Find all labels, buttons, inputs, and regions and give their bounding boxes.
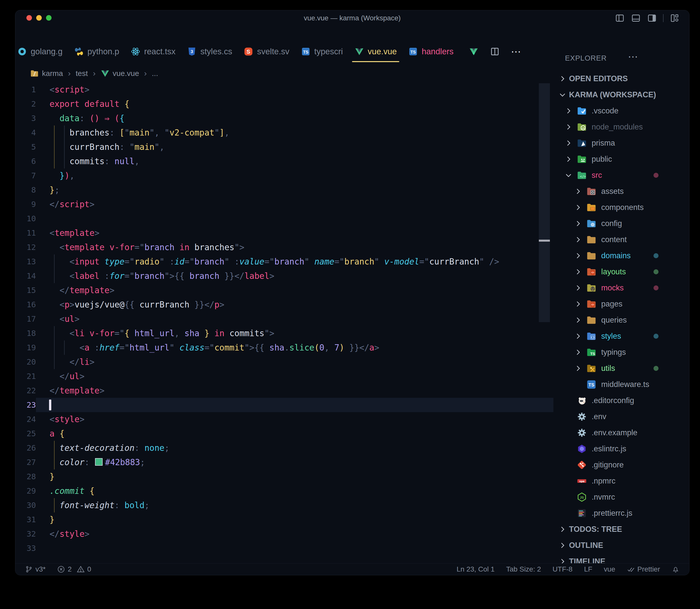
code-line-content[interactable]: }), (36, 169, 554, 183)
statusbar-vue[interactable]: vue (604, 565, 615, 573)
code-line-content[interactable]: </li> (36, 355, 554, 369)
tree-item-.editorconfig[interactable]: .editorconfig (554, 393, 689, 408)
code-line-content[interactable]: data: () ⇒ ({ (36, 111, 554, 125)
section-outline[interactable]: OUTLINE (554, 537, 689, 553)
line-number[interactable]: 11 (15, 226, 36, 240)
tab-styles.cs[interactable]: 3styles.cs (187, 40, 232, 63)
tree-item-.prettierrc.js[interactable]: .prettierrc.js (554, 505, 689, 521)
tree-item-.vscode[interactable]: .vscode (554, 103, 689, 119)
tab-react.tsx[interactable]: react.tsx (131, 40, 175, 63)
tab-golang.g[interactable]: golang.g (17, 40, 63, 63)
tree-item-assets[interactable]: assets (554, 183, 689, 199)
line-number[interactable]: 8 (15, 183, 36, 197)
line-number[interactable]: 33 (15, 541, 36, 555)
tab-handlers[interactable]: TShandlers (408, 40, 454, 63)
line-number[interactable]: 1 (15, 83, 36, 97)
code-line-content[interactable]: } (36, 512, 554, 527)
statusbar-lf[interactable]: LF (584, 565, 592, 573)
code-line-content[interactable]: <script> (36, 83, 554, 97)
more-actions-icon[interactable]: ⋯ (511, 49, 522, 54)
section-open-editors[interactable]: OPEN EDITORS (554, 71, 689, 87)
code-line-content[interactable]: export default { (36, 97, 554, 111)
breadcrumb-item-vue.vue[interactable]: vue.vue (101, 69, 139, 78)
tree-item-public[interactable]: public (554, 151, 689, 167)
tree-item-.npmrc[interactable]: npm.npmrc (554, 473, 689, 489)
line-number[interactable]: 31 (15, 512, 36, 527)
code-line-content[interactable] (36, 211, 554, 226)
line-number[interactable]: 18 (15, 326, 36, 341)
code-line-content[interactable]: a { (36, 427, 554, 441)
line-number[interactable]: 22 (15, 383, 36, 398)
tree-item-prisma[interactable]: prisma (554, 135, 689, 151)
line-number[interactable]: 23 (15, 398, 36, 412)
code-line-content[interactable]: <li v-for="{ html_url, sha } in commits"… (36, 326, 554, 341)
tree-item-node_modules[interactable]: JSnode_modules (554, 119, 689, 135)
line-number[interactable]: 17 (15, 312, 36, 326)
explorer-more-actions-icon[interactable]: ⋯ (628, 54, 639, 59)
code-line-content[interactable]: </script> (36, 197, 554, 211)
section-workspace-root[interactable]: KARMA (WORKSPACE) (554, 87, 689, 103)
statusbar-utf-8[interactable]: UTF-8 (553, 565, 573, 573)
code-line-content[interactable]: .commit { (36, 484, 554, 498)
toggle-panel-right-icon[interactable] (647, 13, 657, 23)
line-number[interactable]: 15 (15, 283, 36, 297)
code-line-content[interactable]: </style> (36, 527, 554, 541)
code-line-content[interactable] (36, 541, 554, 555)
tree-item-utils[interactable]: utils (554, 360, 689, 377)
statusbar-prettier[interactable]: Prettier (627, 565, 660, 573)
tree-item-.env.example[interactable]: .env.example (554, 425, 689, 441)
line-number[interactable]: 3 (15, 111, 36, 125)
toggle-panel-bottom-icon[interactable] (631, 13, 641, 23)
tree-item-config[interactable]: config (554, 215, 689, 231)
tree-item-queries[interactable]: queries (554, 312, 689, 328)
statusbar-ln-23-col-1[interactable]: Ln 23, Col 1 (457, 565, 494, 573)
code-line-content[interactable]: </ul> (36, 369, 554, 383)
editor-scrollbar[interactable] (539, 83, 550, 322)
section-todos-tree[interactable]: TODOS: TREE (554, 521, 689, 537)
tree-item-pages[interactable]: <>pages (554, 296, 689, 312)
line-number[interactable]: 10 (15, 211, 36, 226)
tree-item-layouts[interactable]: <>layouts (554, 264, 689, 280)
statusbar-tab-size-2[interactable]: Tab Size: 2 (506, 565, 541, 573)
tree-item-src[interactable]: </>src (554, 167, 689, 183)
code-line-content[interactable]: } (36, 469, 554, 484)
statusbar-problems[interactable]: 20 (57, 565, 91, 573)
code-line-content[interactable]: <template v-for="branch in branches"> (36, 240, 554, 255)
line-number[interactable]: 6 (15, 154, 36, 169)
code-line-content[interactable]: }; (36, 183, 554, 197)
code-line-content[interactable]: </template> (36, 283, 554, 297)
tree-item-mocks[interactable]: mocks (554, 280, 689, 296)
tree-item-content[interactable]: content (554, 231, 689, 248)
code-line-content[interactable]: color: #42b883; (36, 455, 554, 469)
breadcrumb-item-karma[interactable]: karma (30, 69, 63, 78)
code-line-content[interactable]: <ul> (36, 312, 554, 326)
line-number[interactable]: 29 (15, 484, 36, 498)
line-number[interactable]: 14 (15, 269, 36, 283)
statusbar-branch[interactable]: v3* (25, 565, 46, 573)
code-line-content[interactable] (36, 398, 554, 412)
tree-item-.gitignore[interactable]: .gitignore (554, 457, 689, 473)
toggle-panel-left-icon[interactable] (615, 13, 625, 23)
line-number[interactable]: 20 (15, 355, 36, 369)
line-number[interactable]: 30 (15, 498, 36, 512)
tree-item-.nvmrc[interactable]: JS.nvmrc (554, 489, 689, 505)
customize-layout-icon[interactable] (669, 13, 680, 23)
line-number[interactable]: 12 (15, 240, 36, 255)
code-line-content[interactable]: <label :for="branch">{{ branch }}</label… (36, 269, 554, 283)
code-line-content[interactable]: <input type="radio" :id="branch" :value=… (36, 255, 554, 269)
vitest-icon[interactable] (469, 47, 479, 56)
line-number[interactable]: 26 (15, 441, 36, 455)
line-number[interactable]: 19 (15, 341, 36, 355)
code-line-content[interactable]: <style> (36, 412, 554, 427)
line-number[interactable]: 2 (15, 97, 36, 111)
line-number[interactable]: 7 (15, 169, 36, 183)
tab-svelte.sv[interactable]: Ssvelte.sv (244, 40, 289, 63)
tree-item-domains[interactable]: domains (554, 248, 689, 264)
code-line-content[interactable]: <template> (36, 226, 554, 240)
line-number[interactable]: 16 (15, 297, 36, 312)
split-editor-icon[interactable] (490, 47, 500, 56)
tree-item-middleware.ts[interactable]: TSmiddleware.ts (554, 377, 689, 393)
code-line-content[interactable]: currBranch: "main", (36, 140, 554, 154)
line-number[interactable]: 4 (15, 125, 36, 140)
code-line-content[interactable]: branches: ["main", "v2-compat"], (36, 125, 554, 140)
